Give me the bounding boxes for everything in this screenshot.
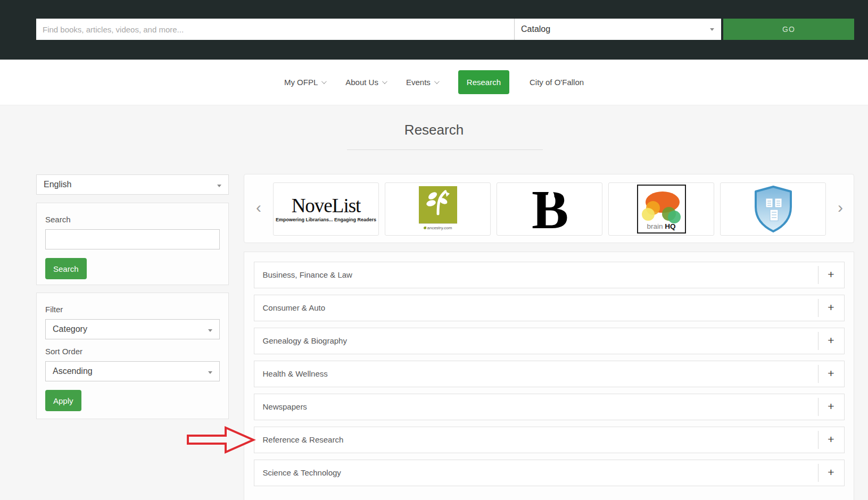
nav-label: Events	[406, 78, 431, 87]
accordion-row-label: Newspapers	[254, 394, 844, 420]
biography-b-logo: B	[528, 184, 571, 235]
research-shield-icon	[751, 185, 795, 234]
nav-item-my-ofpl[interactable]: My OFPL	[284, 78, 325, 87]
language-value: English	[44, 180, 71, 189]
logo-card-ancestry[interactable]: ancestry.com	[385, 182, 491, 236]
ancestry-caption-text: ancestry.com	[427, 226, 452, 230]
category-accordion-panel: Business, Finance & Law + Consumer & Aut…	[244, 252, 854, 500]
nav-item-city-of-ofallon[interactable]: City of O'Fallon	[530, 78, 584, 87]
accordion-row-health-wellness[interactable]: Health & Wellness +	[254, 361, 845, 387]
ofpl-research-page: Catalog GO My OFPL About Us Events Resea…	[0, 0, 868, 500]
accordion-row-label: Health & Wellness	[254, 361, 844, 387]
accordion-row-label: Reference & Research	[254, 427, 844, 453]
chevron-down-icon	[208, 371, 212, 374]
top-bar: Catalog GO	[0, 0, 868, 60]
database-logo-carousel: ‹ NoveList Empowering Librarians... Enga…	[244, 174, 854, 243]
page-title: Research	[0, 122, 868, 138]
carousel-track: NoveList Empowering Librarians... Engagi…	[273, 182, 826, 236]
chevron-down-icon	[208, 329, 212, 332]
logo-card-novelist[interactable]: NoveList Empowering Librarians... Engagi…	[273, 182, 379, 236]
language-select[interactable]: English	[36, 174, 229, 195]
search-label: Search	[45, 215, 220, 224]
nav-label: About Us	[345, 78, 378, 87]
ancestry-leaf-icon	[424, 186, 452, 218]
chevron-down-icon	[382, 79, 387, 84]
annotation-arrow-icon	[185, 425, 257, 455]
search-scope-value: Catalog	[521, 24, 550, 34]
sort-order-value: Ascending	[53, 366, 93, 376]
accordion-row-reference-research[interactable]: Reference & Research +	[254, 427, 845, 453]
plus-expand-icon[interactable]: +	[819, 460, 844, 486]
apply-button[interactable]: Apply	[45, 390, 81, 411]
plus-expand-icon[interactable]: +	[819, 427, 844, 453]
carousel-prev-button[interactable]: ‹	[256, 199, 261, 215]
chevron-down-icon	[434, 79, 440, 84]
brainhq-word-bold: HQ	[665, 222, 675, 230]
sidebar-search-button[interactable]: Search	[45, 258, 87, 279]
title-underline	[347, 149, 543, 150]
main-nav: My OFPL About Us Events Research City of…	[0, 60, 868, 105]
plus-expand-icon[interactable]: +	[819, 328, 844, 354]
novelist-logo: NoveList Empowering Librarians... Engagi…	[276, 196, 376, 222]
chevron-down-icon	[710, 28, 714, 31]
brainhq-logo: brain HQ	[637, 185, 686, 234]
sidebar-search-input[interactable]	[45, 229, 220, 249]
site-search-input[interactable]	[36, 19, 514, 40]
logo-card-biography[interactable]: B	[497, 182, 602, 236]
nav-item-about-us[interactable]: About Us	[345, 78, 386, 87]
nav-label: Research	[467, 78, 501, 87]
ancestry-logo: ancestry.com	[419, 186, 457, 232]
brainhq-word-gray: brain	[647, 222, 663, 230]
brainhq-caption: brain HQ	[647, 222, 675, 230]
svg-text:B: B	[532, 184, 568, 235]
nav-label: City of O'Fallon	[530, 78, 584, 87]
nav-item-research-active[interactable]: Research	[458, 70, 509, 94]
novelist-tagline: Empowering Librarians... Engaging Reader…	[276, 217, 376, 222]
sidebar-search-panel: Search Search	[36, 203, 229, 285]
accordion-row-label: Science & Technology	[254, 460, 844, 486]
accordion-row-consumer-auto[interactable]: Consumer & Auto +	[254, 295, 845, 321]
plus-expand-icon[interactable]: +	[819, 295, 844, 321]
logo-card-research-shield[interactable]	[720, 182, 826, 236]
nav-item-events[interactable]: Events	[406, 78, 438, 87]
brainhq-brain-icon	[639, 190, 684, 223]
ancestry-leaf-small-icon	[424, 227, 426, 229]
chevron-down-icon	[217, 185, 221, 187]
novelist-wordmark: NoveList	[276, 196, 376, 215]
accordion-row-business-finance-law[interactable]: Business, Finance & Law +	[254, 262, 845, 288]
sort-order-select[interactable]: Ascending	[45, 361, 220, 381]
accordion-row-label: Business, Finance & Law	[254, 262, 844, 288]
chevron-down-icon	[321, 79, 327, 84]
logo-card-brainhq[interactable]: brain HQ	[608, 182, 714, 236]
category-select[interactable]: Category	[45, 319, 220, 339]
accordion-row-label: Consumer & Auto	[254, 295, 844, 321]
accordion-row-newspapers[interactable]: Newspapers +	[254, 394, 845, 420]
category-value: Category	[53, 324, 87, 334]
sidebar-filter-panel: Filter Category Sort Order Ascending App…	[36, 293, 229, 419]
go-button[interactable]: GO	[723, 19, 854, 40]
accordion-row-label: Genealogy & Biography	[254, 328, 844, 354]
plus-expand-icon[interactable]: +	[819, 361, 844, 387]
search-scope-select[interactable]: Catalog	[514, 19, 721, 40]
accordion-row-genealogy-biography[interactable]: Genealogy & Biography +	[254, 328, 845, 354]
plus-expand-icon[interactable]: +	[819, 394, 844, 420]
filter-label: Filter	[45, 305, 220, 314]
plus-expand-icon[interactable]: +	[819, 262, 844, 288]
sort-order-label: Sort Order	[45, 347, 220, 356]
carousel-next-button[interactable]: ›	[838, 199, 843, 215]
nav-label: My OFPL	[284, 78, 318, 87]
accordion-row-science-technology[interactable]: Science & Technology +	[254, 460, 845, 486]
ancestry-caption: ancestry.com	[419, 223, 457, 232]
